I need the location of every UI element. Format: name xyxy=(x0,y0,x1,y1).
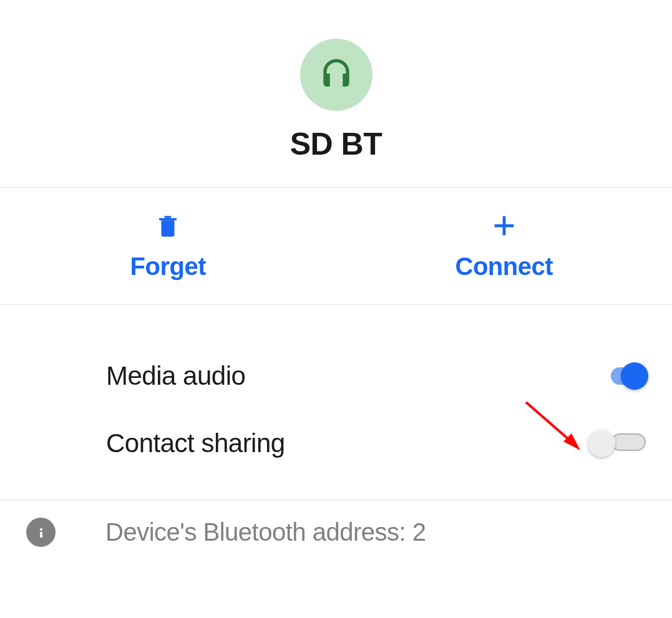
forget-label: Forget xyxy=(130,253,206,281)
svg-point-2 xyxy=(40,528,42,531)
media-audio-toggle[interactable] xyxy=(599,364,646,388)
setting-row-contact-sharing: Contact sharing xyxy=(0,410,672,477)
settings-list: Media audio Contact sharing xyxy=(0,305,672,477)
connect-label: Connect xyxy=(455,253,553,281)
svg-rect-3 xyxy=(40,532,42,538)
device-header: SD BT xyxy=(0,0,672,188)
footer-info: Device's Bluetooth address: 2 xyxy=(0,500,672,547)
contact-sharing-label: Contact sharing xyxy=(106,428,285,458)
device-icon-circle xyxy=(300,39,373,111)
device-name: SD BT xyxy=(0,126,672,162)
media-audio-label: Media audio xyxy=(106,361,245,391)
plus-icon xyxy=(490,211,519,243)
connect-button[interactable]: Connect xyxy=(336,188,673,304)
contact-sharing-toggle[interactable] xyxy=(599,432,646,455)
headphones-icon xyxy=(317,54,356,95)
actions-row: Forget Connect xyxy=(0,188,672,305)
forget-button[interactable]: Forget xyxy=(0,188,336,304)
bluetooth-address-text: Device's Bluetooth address: 2 xyxy=(105,518,426,546)
setting-row-media-audio: Media audio xyxy=(0,342,672,410)
info-icon xyxy=(26,518,56,547)
trash-icon xyxy=(155,211,181,243)
